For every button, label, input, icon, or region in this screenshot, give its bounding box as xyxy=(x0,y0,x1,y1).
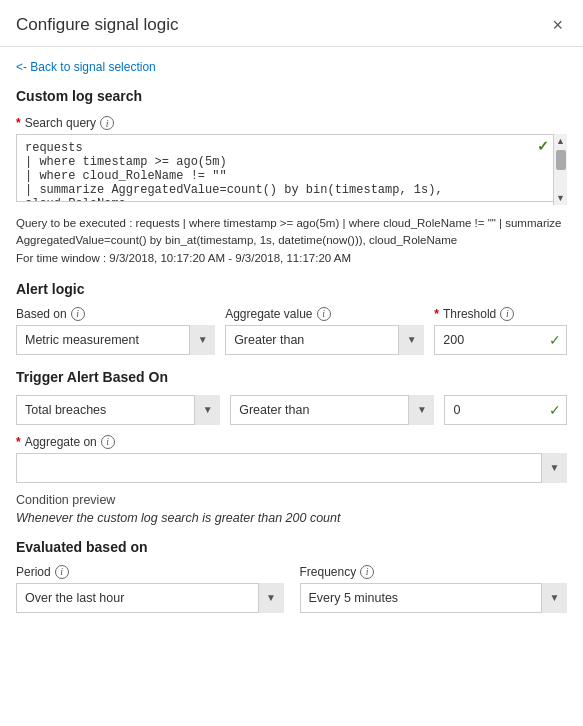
based-on-label: Based on i xyxy=(16,307,215,321)
aggregate-on-select-wrapper: ▼ xyxy=(16,453,567,483)
period-select-wrapper: Over the last hour Over the last 5 minut… xyxy=(16,583,284,613)
aggregate-value-select[interactable]: Greater than Less than Equal to xyxy=(225,325,424,355)
search-query-textarea[interactable] xyxy=(16,134,567,202)
time-window-value: 9/3/2018, 10:17:20 AM - 9/3/2018, 11:17:… xyxy=(109,252,351,264)
aggregate-value-select-wrapper: Greater than Less than Equal to ▼ xyxy=(225,325,424,355)
trigger-based-on-select-wrapper: Total breaches Consecutive breaches ▼ xyxy=(16,395,220,425)
trigger-operator-select[interactable]: Greater than Less than Equal to xyxy=(230,395,434,425)
trigger-alert-row: Total breaches Consecutive breaches ▼ Gr… xyxy=(16,395,567,425)
trigger-threshold-wrapper: ✓ xyxy=(444,395,567,425)
threshold-col: * Threshold i ✓ xyxy=(434,307,567,355)
trigger-threshold-col: ✓ xyxy=(444,395,567,425)
trigger-threshold-input[interactable] xyxy=(444,395,567,425)
aggregate-on-section: * Aggregate on i ▼ xyxy=(16,435,567,483)
frequency-select-wrapper: Every 5 minutes Every 1 minute Every 10 … xyxy=(300,583,568,613)
based-on-select[interactable]: Metric measurement Number of results xyxy=(16,325,215,355)
period-col: Period i Over the last hour Over the las… xyxy=(16,565,284,613)
modal-title: Configure signal logic xyxy=(16,15,179,35)
period-info-icon[interactable]: i xyxy=(55,565,69,579)
aggregate-on-select[interactable] xyxy=(16,453,567,483)
close-button[interactable]: × xyxy=(548,14,567,36)
based-on-select-wrapper: Metric measurement Number of results ▼ xyxy=(16,325,215,355)
condition-preview-text: Whenever the custom log search is greate… xyxy=(16,511,567,525)
aggregate-value-col: Aggregate value i Greater than Less than… xyxy=(225,307,424,355)
scroll-up-icon: ▲ xyxy=(554,134,567,148)
scroll-down-icon: ▼ xyxy=(554,191,567,205)
query-info: Query to be executed : requests | where … xyxy=(16,215,567,267)
frequency-info-icon[interactable]: i xyxy=(360,565,374,579)
frequency-select[interactable]: Every 5 minutes Every 1 minute Every 10 … xyxy=(300,583,568,613)
aggregate-value-label: Aggregate value i xyxy=(225,307,424,321)
threshold-label: * Threshold i xyxy=(434,307,567,321)
executed-label: Query to be executed : xyxy=(16,217,132,229)
condition-preview-title: Condition preview xyxy=(16,493,567,507)
condition-preview-section: Condition preview Whenever the custom lo… xyxy=(16,493,567,525)
scrollbar: ▲ ▼ xyxy=(553,134,567,205)
evaluated-title: Evaluated based on xyxy=(16,539,567,555)
configure-signal-modal: Configure signal logic × <- Back to sign… xyxy=(0,0,583,726)
query-wrapper: ✓ ▲ ▼ xyxy=(16,134,567,205)
modal-body: <- Back to signal selection Custom log s… xyxy=(0,47,583,726)
trigger-operator-select-wrapper: Greater than Less than Equal to ▼ xyxy=(230,395,434,425)
alert-logic-row: Based on i Metric measurement Number of … xyxy=(16,307,567,355)
threshold-wrapper: ✓ xyxy=(434,325,567,355)
frequency-label: Frequency i xyxy=(300,565,568,579)
aggregate-value-info-icon[interactable]: i xyxy=(317,307,331,321)
based-on-info-icon[interactable]: i xyxy=(71,307,85,321)
period-select[interactable]: Over the last hour Over the last 5 minut… xyxy=(16,583,284,613)
scroll-thumb xyxy=(556,150,566,170)
time-window-label: For time window : xyxy=(16,252,106,264)
evaluated-row: Period i Over the last hour Over the las… xyxy=(16,565,567,613)
query-check-icon: ✓ xyxy=(537,138,549,154)
aggregate-on-label: * Aggregate on i xyxy=(16,435,567,449)
custom-log-title: Custom log search xyxy=(16,88,567,104)
required-star: * xyxy=(16,116,21,130)
based-on-col: Based on i Metric measurement Number of … xyxy=(16,307,215,355)
alert-logic-title: Alert logic xyxy=(16,281,567,297)
trigger-alert-title: Trigger Alert Based On xyxy=(16,369,567,385)
search-query-info-icon[interactable]: i xyxy=(100,116,114,130)
threshold-info-icon[interactable]: i xyxy=(500,307,514,321)
trigger-based-on-col: Total breaches Consecutive breaches ▼ xyxy=(16,395,220,425)
evaluated-section: Evaluated based on Period i Over the las… xyxy=(16,539,567,613)
aggregate-on-required-star: * xyxy=(16,435,21,449)
threshold-input[interactable] xyxy=(434,325,567,355)
aggregate-on-info-icon[interactable]: i xyxy=(101,435,115,449)
trigger-operator-col: Greater than Less than Equal to ▼ xyxy=(230,395,434,425)
frequency-col: Frequency i Every 5 minutes Every 1 minu… xyxy=(300,565,568,613)
threshold-required-star: * xyxy=(434,307,439,321)
search-query-label: * Search query i xyxy=(16,116,567,130)
period-label: Period i xyxy=(16,565,284,579)
trigger-based-on-select[interactable]: Total breaches Consecutive breaches xyxy=(16,395,220,425)
modal-header: Configure signal logic × xyxy=(0,0,583,47)
back-to-signal-link[interactable]: <- Back to signal selection xyxy=(16,60,156,74)
